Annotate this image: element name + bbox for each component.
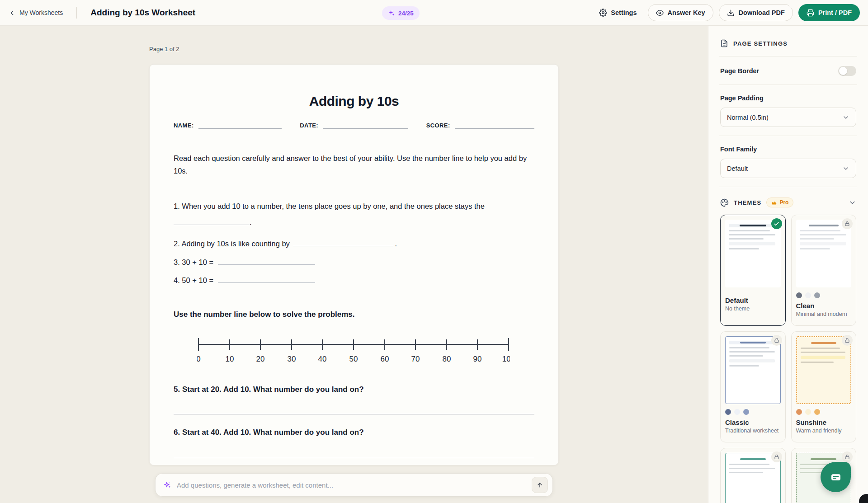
printer-icon: [807, 9, 814, 17]
answer-line-6: [174, 458, 534, 458]
divider: [719, 56, 857, 56]
question-2: 2. Adding by 10s is like counting by .: [174, 240, 534, 248]
settings-label: Settings: [611, 9, 637, 16]
themes-header[interactable]: THEMES Pro: [720, 197, 856, 207]
question-2-text: 2. Adding by 10s is like counting by: [174, 240, 290, 248]
font-family-row: Font Family: [720, 146, 856, 153]
question-5: 5. Start at 20. Add 10. What number do y…: [174, 385, 534, 394]
name-field: NAME:: [174, 122, 282, 129]
theme-card-default[interactable]: Default No theme: [720, 215, 786, 326]
settings-button[interactable]: Settings: [594, 5, 642, 20]
svg-text:100: 100: [502, 355, 510, 363]
page-settings-title: PAGE SETTINGS: [733, 40, 788, 47]
theme-card-clean[interactable]: Clean Minimal and modern: [791, 215, 857, 326]
theme-color-dot: [725, 409, 731, 415]
page-padding-select[interactable]: Normal (0.5in): [720, 108, 856, 127]
date-field: DATE:: [300, 122, 408, 129]
page-padding-label: Page Padding: [720, 94, 764, 102]
svg-text:90: 90: [473, 355, 482, 363]
page-border-label: Page Border: [720, 67, 759, 75]
instructions-text: Read each question carefully and answer …: [174, 152, 534, 177]
svg-text:0: 0: [197, 355, 201, 363]
worksheet-doc-title: Adding by 10s: [174, 94, 534, 109]
crown-icon: [771, 200, 777, 206]
sparkles-icon: [163, 481, 172, 489]
send-button[interactable]: [532, 477, 548, 493]
main-layout: Page 1 of 2 Adding by 10s NAME: DATE: SC…: [0, 26, 868, 503]
theme-card-partial-teal[interactable]: [720, 448, 786, 503]
page-padding-value: Normal (0.5in): [727, 114, 769, 121]
svg-text:80: 80: [443, 355, 451, 363]
question-1-text: 1. When you add 10 to a number, the tens…: [174, 202, 485, 210]
question-4-text: 4. 50 + 10 =: [174, 276, 213, 284]
answer-key-button[interactable]: Answer Key: [648, 4, 713, 21]
score-blank-line: [455, 122, 534, 129]
answer-blank: [174, 219, 250, 225]
ai-prompt-input[interactable]: [177, 481, 532, 489]
theme-name: Clean: [796, 302, 852, 310]
question-6: 6. Start at 40. Add 10. What number do y…: [174, 428, 534, 437]
worksheet-page[interactable]: Adding by 10s NAME: DATE: SCORE: Read ea…: [149, 64, 559, 465]
credits-value: 24/25: [398, 10, 414, 17]
theme-color-dots: [796, 292, 852, 298]
chevron-down-icon[interactable]: [849, 199, 856, 207]
font-family-value: Default: [727, 165, 748, 172]
divider: [719, 136, 857, 136]
page-settings-header: PAGE SETTINGS: [720, 39, 856, 47]
eye-icon: [656, 9, 664, 17]
answer-key-label: Answer Key: [668, 9, 705, 16]
svg-text:50: 50: [349, 355, 358, 363]
document-icon: [720, 39, 728, 47]
period-text: .: [395, 240, 397, 248]
theme-card-classic[interactable]: Classic Traditional worksheet: [720, 331, 786, 442]
theme-color-dot: [814, 292, 820, 298]
sparkles-icon: [388, 9, 395, 17]
svg-text:30: 30: [288, 355, 296, 363]
theme-color-dot: [814, 409, 820, 415]
font-family-select[interactable]: Default: [720, 159, 856, 178]
theme-color-dot: [796, 292, 802, 298]
number-line-section-header: Use the number line below to solve the p…: [174, 310, 534, 319]
palette-icon: [720, 198, 729, 207]
lock-icon: [842, 218, 853, 229]
question-3: 3. 30 + 10 =: [174, 258, 534, 267]
theme-name: Sunshine: [796, 418, 852, 426]
chevron-left-icon: [8, 9, 16, 17]
svg-text:60: 60: [381, 355, 389, 363]
theme-card-sunshine[interactable]: Sunshine Warm and friendly: [791, 331, 857, 442]
credits-badge[interactable]: 24/25: [382, 6, 420, 20]
chat-bubble-icon: [829, 470, 843, 484]
chevron-down-icon: [842, 114, 849, 121]
support-chat-button[interactable]: [821, 462, 851, 492]
topbar: My Worksheets Adding by 10s Worksheet 24…: [0, 0, 868, 26]
theme-color-dot: [805, 409, 811, 415]
download-pdf-button[interactable]: Download PDF: [719, 4, 793, 21]
worksheet-canvas: Page 1 of 2 Adding by 10s NAME: DATE: SC…: [0, 26, 708, 503]
print-pdf-button[interactable]: Print / PDF: [798, 4, 860, 21]
back-button[interactable]: My Worksheets: [8, 9, 63, 17]
svg-text:70: 70: [411, 355, 420, 363]
worksheet-title-header: Adding by 10s Worksheet: [90, 8, 195, 18]
theme-preview: [796, 336, 852, 404]
theme-color-dots: [796, 409, 852, 415]
theme-description: Minimal and modern: [796, 311, 852, 317]
lock-icon: [842, 451, 853, 462]
chevron-down-icon: [842, 165, 849, 172]
lock-icon: [771, 451, 782, 462]
theme-grid: Default No theme Clean Minimal and moder…: [720, 215, 856, 503]
divider: [719, 85, 857, 85]
theme-description: Traditional worksheet: [725, 428, 781, 434]
theme-color-dot: [805, 292, 811, 298]
arrow-up-icon: [536, 481, 543, 489]
lock-icon: [842, 335, 853, 346]
theme-preview: [725, 336, 781, 404]
toggle-knob: [839, 67, 847, 75]
theme-preview: [796, 220, 852, 287]
name-label: NAME:: [174, 122, 194, 129]
question-3-text: 3. 30 + 10 =: [174, 258, 213, 266]
page-border-toggle[interactable]: [838, 66, 856, 76]
back-label: My Worksheets: [19, 9, 63, 16]
date-label: DATE:: [300, 122, 318, 129]
answer-line-5: [174, 414, 534, 414]
theme-color-dot: [743, 409, 749, 415]
